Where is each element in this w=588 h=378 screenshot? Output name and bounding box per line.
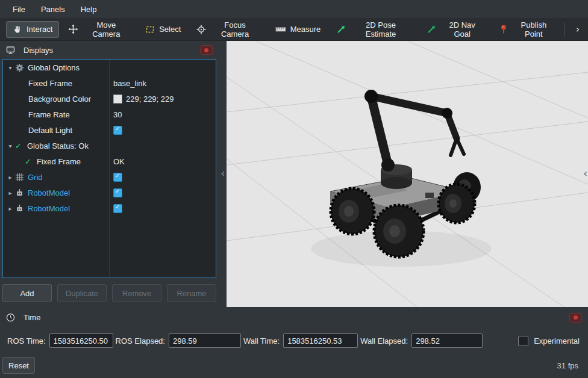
tree-cell-value: OK bbox=[109, 153, 216, 169]
tree-row-global-status[interactable]: ▾ ✓ Global Status: Ok bbox=[3, 138, 216, 153]
time-panel: Time ROS Time: ROS Elapsed: Wall Time: W… bbox=[0, 309, 588, 378]
displays-icon bbox=[6, 46, 16, 54]
menu-file[interactable]: File bbox=[6, 2, 32, 16]
tree-cell-value[interactable] bbox=[109, 169, 216, 185]
tree-cell-label: ▸ RobotModel bbox=[3, 200, 109, 216]
tree-cell-label: ▾ Global Options bbox=[3, 60, 109, 75]
tree-cell-value[interactable]: base_link bbox=[109, 75, 216, 91]
grid-enable-checkbox[interactable] bbox=[113, 173, 122, 182]
interact-hand-icon bbox=[13, 25, 22, 34]
default-light-checkbox[interactable] bbox=[113, 126, 122, 135]
row-label: Default Light bbox=[28, 126, 72, 135]
remove-display-button[interactable]: Remove bbox=[112, 284, 161, 302]
tree-cell-value[interactable] bbox=[109, 200, 216, 216]
nav-goal-arrow-icon bbox=[427, 24, 437, 34]
tool-select[interactable]: Select bbox=[139, 21, 187, 38]
fps-counter: 31 fps bbox=[557, 361, 578, 370]
tool-label: Measure bbox=[290, 25, 321, 34]
menubar: File Panels Help bbox=[0, 0, 588, 18]
tool-interact[interactable]: Interact bbox=[6, 21, 59, 38]
time-fields-row: ROS Time: ROS Elapsed: Wall Time: Wall E… bbox=[0, 332, 588, 350]
select-icon bbox=[145, 25, 155, 34]
expander-icon[interactable]: ▾ bbox=[5, 64, 15, 71]
tree-row-default-light[interactable]: Default Light bbox=[3, 122, 216, 138]
displays-close-button[interactable] bbox=[200, 45, 213, 55]
tree-cell-value[interactable] bbox=[109, 122, 216, 138]
tool-2d-nav-goal[interactable]: 2D Nav Goal bbox=[420, 21, 490, 38]
left-panel-collapse-handle[interactable]: ‹ bbox=[219, 167, 227, 179]
tree-row-global-options[interactable]: ▾ Global Options bbox=[3, 60, 216, 75]
tree-row-fixed-frame[interactable]: Fixed Frame base_link bbox=[3, 75, 216, 91]
ros-time-input[interactable] bbox=[49, 333, 113, 348]
gear-icon bbox=[15, 63, 25, 72]
tree-cell-label: ▸ RobotModel bbox=[3, 185, 109, 200]
time-panel-header[interactable]: Time bbox=[0, 309, 588, 326]
experimental-label: Experimental bbox=[534, 336, 580, 345]
tool-publish-point[interactable]: Publish Point bbox=[493, 21, 562, 38]
toolbar-overflow-button[interactable]: › bbox=[571, 23, 584, 36]
tree-cell-value[interactable] bbox=[109, 185, 216, 200]
move-camera-icon bbox=[68, 24, 78, 34]
tool-label: Move Camera bbox=[83, 20, 130, 39]
tree-cell-label: Background Color bbox=[3, 91, 109, 107]
displays-tree[interactable]: ▾ Global Options Fixed Frame base_link bbox=[2, 59, 216, 278]
expander-icon[interactable]: ▸ bbox=[5, 190, 15, 196]
tool-focus-camera[interactable]: Focus Camera bbox=[190, 21, 266, 38]
displays-button-row: Add Duplicate Remove Rename bbox=[2, 284, 216, 302]
robotmodel-enable-checkbox[interactable] bbox=[113, 204, 122, 213]
row-value[interactable]: 229; 229; 229 bbox=[126, 94, 174, 104]
tree-cell-label: ▾ ✓ Global Status: Ok bbox=[3, 138, 109, 153]
tree-cell-label: Default Light bbox=[3, 122, 109, 138]
wall-time-label: Wall Time: bbox=[243, 336, 280, 345]
tool-label: 2D Pose Estimate bbox=[351, 20, 410, 39]
tree-cell-value[interactable]: 30 bbox=[109, 107, 216, 122]
right-panel-collapse-handle[interactable]: ‹ bbox=[583, 167, 587, 179]
3d-viewport[interactable]: ‹ bbox=[227, 41, 588, 307]
ros-elapsed-input[interactable] bbox=[169, 333, 241, 348]
color-swatch[interactable] bbox=[113, 94, 122, 104]
row-value[interactable]: base_link bbox=[113, 79, 146, 88]
expander-icon[interactable]: ▸ bbox=[5, 174, 15, 181]
tool-2d-pose-estimate[interactable]: 2D Pose Estimate bbox=[330, 21, 417, 38]
status-ok-check-icon: ✓ bbox=[25, 157, 34, 166]
tool-label: Focus Camera bbox=[210, 20, 259, 39]
viewport-canvas bbox=[227, 41, 588, 307]
tool-label: 2D Nav Goal bbox=[441, 20, 484, 39]
robot-model bbox=[311, 90, 492, 267]
expander-icon[interactable]: ▾ bbox=[5, 143, 15, 149]
robot-model-icon bbox=[15, 204, 25, 213]
status-ok-check-icon: ✓ bbox=[15, 141, 25, 150]
time-close-button[interactable] bbox=[569, 313, 582, 323]
tree-row-status-fixed-frame[interactable]: ✓ Fixed Frame OK bbox=[3, 153, 216, 169]
panel-title: Time bbox=[23, 313, 40, 322]
wall-elapsed-label: Wall Elapsed: bbox=[360, 336, 408, 345]
wall-time-input[interactable] bbox=[283, 333, 358, 348]
tree-row-robotmodel-1[interactable]: ▸ RobotModel bbox=[3, 185, 216, 200]
tree-row-background-color[interactable]: Background Color 229; 229; 229 bbox=[3, 91, 216, 107]
experimental-checkbox[interactable] bbox=[518, 336, 528, 346]
tree-row-grid[interactable]: ▸ Grid bbox=[3, 169, 216, 185]
displays-panel-header[interactable]: Displays bbox=[0, 41, 219, 59]
tool-measure[interactable]: Measure bbox=[269, 21, 328, 38]
reset-button[interactable]: Reset bbox=[2, 357, 35, 374]
tool-move-camera[interactable]: Move Camera bbox=[61, 21, 136, 38]
rename-display-button[interactable]: Rename bbox=[167, 284, 216, 302]
menu-panels[interactable]: Panels bbox=[34, 2, 72, 16]
menu-help[interactable]: Help bbox=[74, 2, 104, 16]
row-label: RobotModel bbox=[28, 188, 70, 197]
expander-icon[interactable]: ▸ bbox=[5, 205, 15, 212]
wall-elapsed-input[interactable] bbox=[411, 333, 483, 348]
tree-cell-value[interactable]: 229; 229; 229 bbox=[109, 91, 216, 107]
row-value: OK bbox=[113, 157, 125, 166]
row-value[interactable]: 30 bbox=[113, 110, 122, 119]
row-label: Fixed Frame bbox=[28, 79, 72, 88]
tree-row-frame-rate[interactable]: Frame Rate 30 bbox=[3, 107, 216, 122]
add-display-button[interactable]: Add bbox=[2, 284, 52, 302]
robot-model-icon bbox=[15, 188, 25, 197]
robotmodel-enable-checkbox[interactable] bbox=[113, 188, 122, 197]
tree-row-robotmodel-2[interactable]: ▸ RobotModel bbox=[3, 200, 216, 216]
tree-cell-label: Fixed Frame bbox=[3, 75, 109, 91]
panel-title: Displays bbox=[23, 46, 53, 55]
row-label: Frame Rate bbox=[28, 110, 70, 119]
duplicate-display-button[interactable]: Duplicate bbox=[57, 284, 107, 302]
